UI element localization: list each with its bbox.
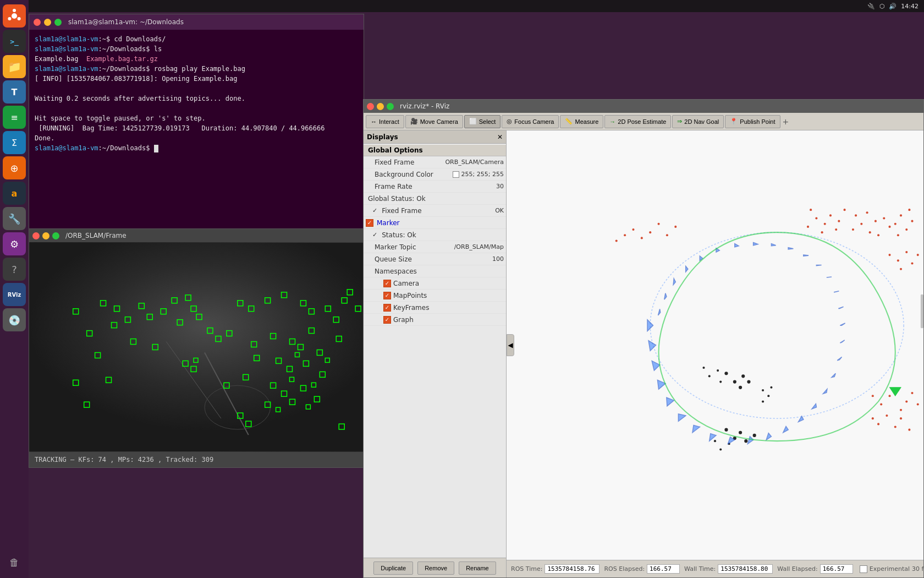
svg-point-81 xyxy=(852,228,854,231)
namespaces-row: Namespaces xyxy=(364,265,506,277)
svg-point-129 xyxy=(900,417,902,419)
camera-checkbox[interactable]: ✓ xyxy=(383,280,391,287)
svg-point-114 xyxy=(632,228,634,231)
svg-point-118 xyxy=(880,403,882,406)
dock-icon-files[interactable]: 📁 xyxy=(3,55,26,78)
rviz-title: rviz.rviz* - RViz xyxy=(400,102,449,110)
marker-checkbox[interactable]: ✓ xyxy=(366,219,373,227)
terminal-minimize-button[interactable] xyxy=(44,19,51,26)
rviz-titlebar: rviz.rviz* - RViz xyxy=(364,100,923,113)
svg-point-89 xyxy=(900,214,902,216)
pose-estimate-button[interactable]: → 2D Pose Estimate xyxy=(604,115,671,128)
terminal-maximize-button[interactable] xyxy=(54,19,62,26)
graph-checkbox[interactable]: ✓ xyxy=(383,316,391,324)
svg-point-143 xyxy=(744,439,747,443)
interact-button[interactable]: ↔ Interact xyxy=(366,115,404,128)
terminal-close-button[interactable] xyxy=(34,19,41,26)
slam-maximize-button[interactable] xyxy=(52,232,59,239)
svg-point-4 xyxy=(8,17,11,20)
svg-point-136 xyxy=(702,367,705,369)
select-button[interactable]: ⬜ Select xyxy=(464,115,501,128)
panel-collapse-arrow[interactable]: ◀ xyxy=(507,334,514,356)
svg-point-106 xyxy=(900,268,902,270)
dock-icon-orange[interactable]: ⊕ xyxy=(3,156,26,179)
svg-point-94 xyxy=(844,209,846,211)
svg-point-111 xyxy=(658,223,660,225)
publish-point-button[interactable]: 📍 Publish Point xyxy=(725,115,780,128)
dock-icon-purple[interactable]: ⚙ xyxy=(3,232,26,255)
svg-point-105 xyxy=(905,251,908,253)
slam-close-button[interactable] xyxy=(32,232,40,239)
remove-button[interactable]: Remove xyxy=(417,561,454,575)
marker-status-row: ✓ Status: Ok xyxy=(364,229,506,241)
dock-icon-trash[interactable]: 🗑 xyxy=(3,550,26,574)
svg-point-119 xyxy=(888,395,890,397)
svg-point-99 xyxy=(821,231,823,233)
svg-point-133 xyxy=(741,374,745,378)
svg-point-144 xyxy=(753,434,756,437)
ros-time-value: 1535784158.76 xyxy=(544,564,600,574)
rviz-maximize-button[interactable] xyxy=(387,103,394,110)
rviz-toolbar: ↔ Interact 🎥 Move Camera ⬜ Select ◎ Focu… xyxy=(364,113,923,130)
focus-camera-button[interactable]: ◎ Focus Camera xyxy=(502,115,559,128)
displays-close-icon[interactable]: ✕ xyxy=(497,133,503,141)
dock-icon-ubuntu[interactable] xyxy=(3,4,26,28)
bg-color-swatch[interactable] xyxy=(453,171,459,178)
svg-point-1 xyxy=(12,13,17,19)
marker-topic-row: Marker Topic /ORB_SLAM/Map xyxy=(364,241,506,253)
svg-marker-176 xyxy=(804,255,809,256)
rviz-viewport[interactable]: ◀ xyxy=(507,130,923,560)
rviz-minimize-button[interactable] xyxy=(377,103,384,110)
svg-point-96 xyxy=(835,228,837,231)
slam-camera-view xyxy=(29,242,380,452)
nav-goal-button[interactable]: ⇒ 2D Nav Goal xyxy=(672,115,724,128)
svg-point-117 xyxy=(872,395,874,397)
dock-icon-help[interactable]: ? xyxy=(3,258,26,281)
desktop: 🔌 ⬡ 🔊 14:42 >_ 📁 T ≡ Σ ⊕ a 🔧 ⚙ ? RViz 💿 … xyxy=(0,0,924,578)
wall-time-label: Wall Time: xyxy=(684,565,716,572)
svg-point-137 xyxy=(708,375,711,377)
network-icon: 🔌 xyxy=(867,3,875,10)
dock-icon-text[interactable]: T xyxy=(3,80,26,103)
dock: >_ 📁 T ≡ Σ ⊕ a 🔧 ⚙ ? RViz 💿 🗑 xyxy=(0,0,29,578)
term-line-5: [ INFO] [1535784067.083771918]: Opening … xyxy=(35,74,358,84)
rviz-close-button[interactable] xyxy=(367,103,374,110)
duplicate-button[interactable]: Duplicate xyxy=(373,561,413,575)
dock-icon-wrench[interactable]: 🔧 xyxy=(3,207,26,230)
svg-point-121 xyxy=(905,400,908,402)
dock-icon-calc[interactable]: Σ xyxy=(3,131,26,154)
svg-point-123 xyxy=(911,392,913,394)
terminal-cursor xyxy=(154,145,158,152)
svg-point-85 xyxy=(883,217,885,219)
topbar-right: 🔌 ⬡ 🔊 14:42 xyxy=(867,3,919,10)
displays-content[interactable]: Global Options Fixed Frame ORB_SLAM/Came… xyxy=(364,144,506,558)
svg-rect-78 xyxy=(507,182,923,509)
measure-button[interactable]: 📏 Measure xyxy=(560,115,603,128)
keyframes-checkbox[interactable]: ✓ xyxy=(383,304,391,312)
background-color-row: Background Color 255; 255; 255 xyxy=(364,168,506,181)
dock-icon-rviz[interactable]: RViz xyxy=(3,283,26,306)
svg-point-116 xyxy=(615,239,618,242)
dock-icon-terminal[interactable]: >_ xyxy=(3,30,26,53)
svg-point-130 xyxy=(908,429,910,431)
svg-point-132 xyxy=(733,380,736,384)
rename-button[interactable]: Rename xyxy=(459,561,496,575)
svg-point-125 xyxy=(872,417,874,419)
svg-point-91 xyxy=(905,228,908,231)
slam-minimize-button[interactable] xyxy=(42,232,50,239)
move-camera-button[interactable]: 🎥 Move Camera xyxy=(405,115,463,128)
svg-point-102 xyxy=(807,226,809,228)
slam-visualization xyxy=(29,242,380,452)
svg-point-97 xyxy=(829,214,832,216)
toolbar-scroll-right[interactable]: + xyxy=(782,117,790,126)
dock-icon-dvd[interactable]: 💿 xyxy=(3,308,26,331)
svg-point-95 xyxy=(838,220,840,222)
dock-icon-amazon[interactable]: a xyxy=(3,182,26,205)
mappoints-checkbox[interactable]: ✓ xyxy=(383,292,391,299)
dock-icon-spreadsheet[interactable]: ≡ xyxy=(3,106,26,129)
svg-point-92 xyxy=(911,220,913,222)
svg-point-87 xyxy=(877,234,879,236)
experimental-checkbox[interactable] xyxy=(860,565,867,573)
fps-display: 30 fps xyxy=(912,565,923,572)
terminal-content[interactable]: slam1a@slam1a-vm:~$ cd Downloads/ slam1a… xyxy=(29,30,364,233)
